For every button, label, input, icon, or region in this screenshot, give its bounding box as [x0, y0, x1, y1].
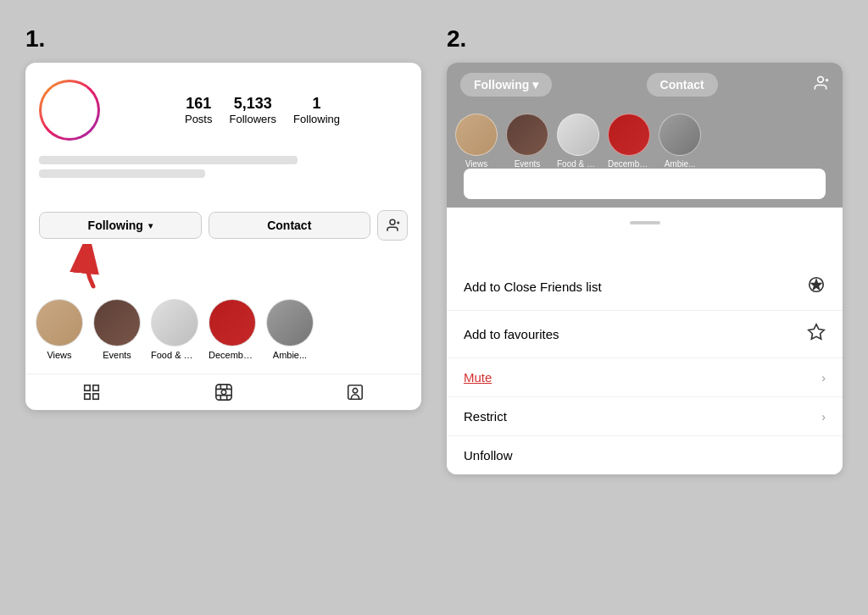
following-count: 1 [313, 95, 321, 113]
bio-line-1 [39, 156, 298, 164]
profile-bio [25, 149, 421, 200]
highlight-december[interactable]: December ... [209, 299, 256, 360]
right-highlight-circle-views [455, 114, 498, 156]
right-highlight-events[interactable]: Events [506, 114, 548, 169]
bottom-tabs [25, 374, 421, 410]
favourites-star-icon [807, 323, 826, 346]
svg-marker-22 [812, 280, 821, 290]
bio-line-2 [39, 169, 205, 178]
add-top-button[interactable] [812, 75, 829, 96]
grid-icon [82, 383, 101, 402]
highlight-label-events: Events [103, 350, 131, 360]
right-highlight-label-events: Events [515, 159, 541, 169]
highlights-row: Views Events Food & Cock... December ...… [25, 292, 421, 367]
main-container: 1. 161 Posts 5,133 Followers 1 Fol [17, 17, 851, 598]
svg-point-0 [390, 219, 395, 224]
highlight-label-december: December ... [209, 350, 256, 360]
right-highlight-label-december: December ... [608, 159, 650, 169]
svg-rect-16 [348, 385, 363, 400]
arrow-container [25, 244, 421, 291]
restrict-item[interactable]: Restrict › [447, 397, 843, 436]
step2-phone-card: Following ▾ Contact [447, 63, 843, 474]
svg-rect-4 [85, 385, 90, 391]
restrict-label: Restrict [464, 409, 507, 424]
tab-reels[interactable] [158, 383, 290, 402]
highlight-label-views: Views [47, 350, 71, 360]
following-label: Following [88, 219, 143, 232]
close-friends-icon [807, 275, 826, 298]
following-top-button[interactable]: Following ▾ [460, 73, 552, 97]
stat-posts: 161 Posts [185, 95, 213, 125]
avatar [39, 80, 100, 141]
right-highlight-food[interactable]: Food & Cock... [557, 114, 599, 169]
right-top-bar: Following ▾ Contact [447, 63, 843, 107]
right-highlight-circle-december [608, 114, 650, 156]
highlight-circle-views [36, 299, 83, 346]
highlight-ambience[interactable]: Ambie... [266, 299, 314, 360]
add-close-friends-label: Add to Close Friends list [464, 280, 602, 294]
highlight-circle-events [93, 299, 141, 346]
mute-label: Mute [464, 370, 492, 385]
dropdown-arrow-icon: ▾ [148, 221, 153, 230]
highlight-circle-december [209, 299, 256, 346]
add-person-icon [385, 218, 400, 233]
add-favourites-label: Add to favourites [464, 327, 559, 341]
stat-following: 1 Following [293, 95, 340, 125]
contact-top-button[interactable]: Contact [647, 73, 718, 97]
svg-rect-8 [215, 385, 231, 400]
add-person-top-icon [812, 75, 829, 91]
tab-grid[interactable] [25, 383, 158, 402]
action-buttons: Following ▾ Contact [25, 203, 421, 247]
highlight-label-food: Food & Cock... [151, 350, 198, 360]
right-highlight-views[interactable]: Views [455, 114, 498, 169]
following-button[interactable]: Following ▾ [39, 212, 202, 239]
right-highlight-circle-food [557, 114, 599, 156]
unfollow-item[interactable]: Unfollow [447, 436, 843, 474]
highlight-events[interactable]: Events [93, 299, 141, 360]
profile-stats: 161 Posts 5,133 Followers 1 Following [117, 95, 408, 125]
highlight-circle-ambience [266, 299, 314, 346]
right-highlight-circle-events [506, 114, 548, 156]
right-highlights-row: Views Events Food & Cock... December ...… [447, 107, 843, 175]
step1-phone-card: 161 Posts 5,133 Followers 1 Following [25, 63, 421, 410]
contact-label: Contact [267, 219, 311, 232]
reels-icon [214, 383, 233, 402]
tab-tagged[interactable] [289, 383, 421, 402]
restrict-chevron-icon: › [821, 410, 826, 424]
following-label: Following [293, 113, 340, 125]
followers-count: 5,133 [234, 95, 272, 113]
mute-item[interactable]: Mute › [447, 358, 843, 397]
posts-label: Posts [185, 113, 213, 125]
svg-rect-5 [93, 385, 98, 391]
star-icon [807, 323, 826, 341]
add-person-button[interactable] [377, 210, 408, 241]
svg-rect-6 [85, 394, 90, 399]
posts-count: 161 [186, 95, 211, 113]
right-highlight-december[interactable]: December ... [608, 114, 650, 169]
search-bar[interactable] [464, 169, 826, 199]
svg-point-18 [818, 76, 824, 82]
highlight-label-ambience: Ambie... [273, 350, 307, 360]
profile-header: 161 Posts 5,133 Followers 1 Following [25, 63, 421, 149]
right-highlight-label-food: Food & Cock... [557, 159, 599, 169]
dropdown-top-icon: ▾ [532, 78, 538, 91]
red-arrow-icon [68, 244, 110, 291]
step2-column: 2. Following ▾ Contact [447, 25, 843, 474]
step1-number: 1. [25, 25, 421, 53]
svg-marker-23 [809, 324, 824, 339]
sheet-handle [630, 221, 660, 224]
unfollow-label: Unfollow [464, 448, 513, 463]
highlight-food[interactable]: Food & Cock... [151, 299, 198, 360]
step1-column: 1. 161 Posts 5,133 Followers 1 Fol [25, 25, 421, 410]
highlight-views[interactable]: Views [36, 299, 83, 360]
star-circle-icon [807, 275, 826, 294]
add-favourites-item[interactable]: Add to favourites [447, 311, 843, 358]
svg-point-17 [353, 388, 358, 393]
tagged-icon [346, 383, 364, 402]
add-close-friends-item[interactable]: Add to Close Friends list [447, 263, 843, 311]
right-highlight-label-ambience: Ambie... [665, 159, 696, 169]
contact-button[interactable]: Contact [209, 212, 371, 239]
right-highlight-ambience[interactable]: Ambie... [659, 114, 701, 169]
mute-chevron-icon: › [821, 371, 826, 385]
following-top-label: Following [474, 78, 529, 91]
